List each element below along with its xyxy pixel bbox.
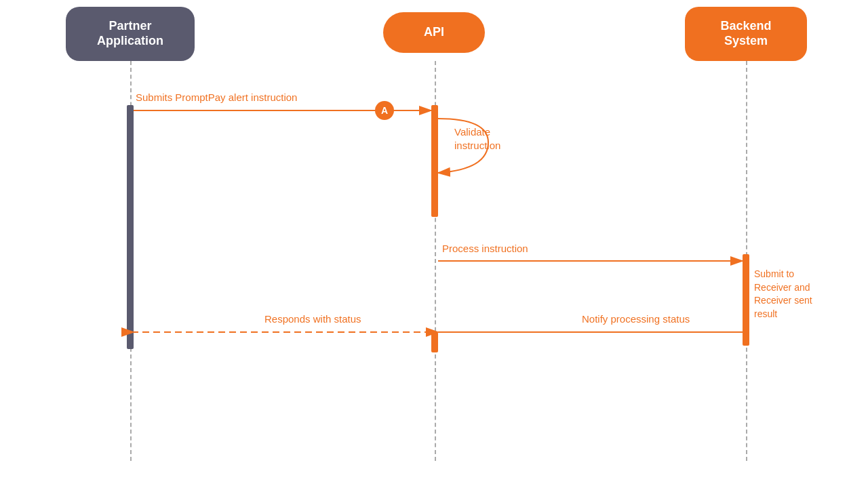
actor-partner: Partner Application xyxy=(66,7,195,61)
label-validate: Validate instruction xyxy=(454,125,500,152)
activation-backend xyxy=(743,254,749,346)
label-notify: Notify processing status xyxy=(582,313,690,325)
activation-api-bottom xyxy=(431,332,438,352)
activation-api-top xyxy=(431,105,438,217)
activation-partner xyxy=(127,105,134,349)
label-backend-submit: Submit to Receiver and Receiver sent res… xyxy=(754,268,812,321)
badge-a: A xyxy=(375,101,394,120)
label-responds: Responds with status xyxy=(264,313,361,325)
actor-backend: Backend System xyxy=(685,7,807,61)
label-process: Process instruction xyxy=(442,243,528,254)
sequence-diagram: Partner Application API Backend System xyxy=(0,0,868,488)
actor-api: API xyxy=(383,12,485,53)
label-submit: Submits PromptPay alert instruction xyxy=(136,92,297,103)
